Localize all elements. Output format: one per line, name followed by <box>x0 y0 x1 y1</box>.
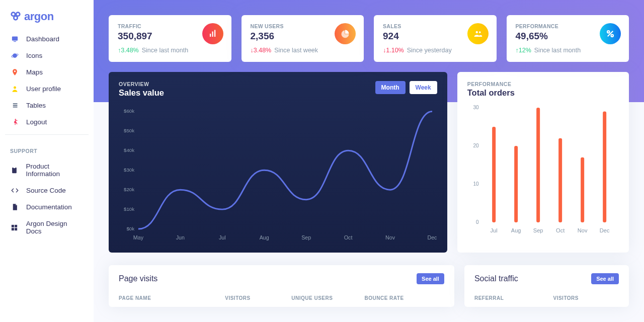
sidebar-item-tables[interactable]: Tables <box>5 97 89 114</box>
stat-change: ↓1.10%Since yesterday <box>383 47 488 54</box>
svg-point-7 <box>14 70 15 72</box>
svg-text:30: 30 <box>473 105 479 110</box>
sidebar-item-label: User profile <box>26 85 61 93</box>
sidebar-item-documentation[interactable]: Documentation <box>5 199 89 215</box>
run-icon <box>10 118 19 126</box>
svg-text:$40k: $40k <box>124 147 134 153</box>
planet-icon <box>10 52 19 59</box>
sidebar-item-label: Logout <box>26 118 47 126</box>
svg-text:Dec: Dec <box>427 234 437 240</box>
svg-rect-49 <box>492 127 496 222</box>
main-content: TRAFFIC 350,897 ↑3.48%Since last month N… <box>94 0 644 307</box>
svg-rect-23 <box>212 32 213 37</box>
list-icon <box>10 102 19 109</box>
stat-card-new-users: NEW USERS 2,356 ↓3.48%Since last week <box>242 15 364 62</box>
card-overline: OVERVIEW <box>119 81 164 87</box>
see-all-button[interactable]: See all <box>591 273 619 284</box>
map-pin-icon <box>10 68 19 76</box>
sidebar: argon Dashboard Icons Maps User profile … <box>0 0 94 322</box>
stat-change: ↓3.48%Since last week <box>251 47 355 54</box>
total-orders-chart-card: PERFORMANCE Total orders 0102030JulAugSe… <box>457 72 629 253</box>
svg-point-15 <box>15 119 16 120</box>
svg-text:Jun: Jun <box>176 234 185 240</box>
sales-line-chart: $0k$10k$20k$30k$40k$50k$60kMayJunJulAugS… <box>119 105 437 246</box>
sidebar-divider <box>5 134 89 135</box>
svg-text:$0k: $0k <box>126 226 134 231</box>
sales-value-chart-card: OVERVIEW Sales value Month Week $0k$10k$… <box>109 72 447 253</box>
svg-text:Nov: Nov <box>385 234 395 240</box>
sidebar-item-icons[interactable]: Icons <box>5 47 89 64</box>
svg-point-8 <box>14 87 16 89</box>
sidebar-item-maps[interactable]: Maps <box>5 64 89 80</box>
table-header-row: PAGE NAME VISITORS UNIQUE USERS BOUNCE R… <box>109 289 454 307</box>
sidebar-item-source-code[interactable]: Source Code <box>5 182 89 199</box>
svg-text:$30k: $30k <box>124 167 134 173</box>
svg-text:Oct: Oct <box>344 234 353 240</box>
brand-name: argon <box>24 10 54 23</box>
svg-rect-18 <box>12 224 14 227</box>
file-icon <box>10 203 19 211</box>
sidebar-item-logout[interactable]: Logout <box>5 114 89 130</box>
sidebar-item-label: Icons <box>26 52 42 59</box>
column-header: VISITORS <box>225 295 291 301</box>
svg-line-29 <box>608 31 613 37</box>
svg-text:Oct: Oct <box>556 227 565 233</box>
sidebar-item-dashboard[interactable]: Dashboard <box>5 31 89 47</box>
sidebar-item-design-docs[interactable]: Argon Design Docs <box>5 215 89 239</box>
svg-rect-53 <box>536 108 540 222</box>
tv-icon <box>10 35 19 43</box>
card-title: Total orders <box>467 88 515 98</box>
svg-rect-21 <box>15 228 17 230</box>
svg-rect-59 <box>603 112 606 222</box>
svg-rect-24 <box>214 30 215 37</box>
sidebar-item-label: Dashboard <box>26 35 59 43</box>
svg-text:Nov: Nov <box>578 227 588 233</box>
sidebar-item-label: Maps <box>26 68 43 76</box>
svg-rect-22 <box>210 34 211 37</box>
social-traffic-card: Social traffic See all REFERRAL VISITORS <box>464 265 629 307</box>
sidebar-item-label: Documentation <box>26 203 72 211</box>
column-header: PAGE NAME <box>119 295 225 301</box>
svg-text:$20k: $20k <box>124 187 134 192</box>
svg-text:$60k: $60k <box>124 108 134 114</box>
week-button[interactable]: Week <box>410 81 437 94</box>
svg-text:$50k: $50k <box>124 128 134 133</box>
svg-text:10: 10 <box>473 181 479 187</box>
card-overline: PERFORMANCE <box>467 81 515 87</box>
svg-text:Dec: Dec <box>600 227 610 233</box>
percent-icon <box>600 23 621 44</box>
table-title: Social traffic <box>474 274 518 283</box>
see-all-button[interactable]: See all <box>417 273 444 284</box>
svg-text:Sep: Sep <box>533 227 543 233</box>
svg-text:Jul: Jul <box>219 234 226 240</box>
column-header: VISITORS <box>553 295 619 301</box>
month-button[interactable]: Month <box>375 81 406 94</box>
dashboard-icon <box>10 224 19 231</box>
svg-rect-51 <box>514 146 518 222</box>
clipboard-icon <box>10 167 19 174</box>
stat-card-performance: PERFORMANCE 49,65% ↑12%Since last month <box>507 15 629 62</box>
svg-text:Aug: Aug <box>511 227 521 233</box>
sidebar-item-product-info[interactable]: Product Information <box>5 158 89 182</box>
svg-text:Sep: Sep <box>301 234 311 240</box>
users-icon <box>467 23 489 44</box>
sidebar-item-label: Tables <box>26 102 46 109</box>
svg-point-25 <box>475 31 478 34</box>
svg-rect-17 <box>14 167 16 168</box>
stat-change: ↑3.48%Since last month <box>118 47 222 54</box>
svg-point-0 <box>12 13 15 16</box>
brand-logo[interactable]: argon <box>5 8 89 31</box>
column-header: BOUNCE RATE <box>364 295 444 301</box>
svg-point-28 <box>611 35 614 37</box>
svg-rect-4 <box>14 41 16 42</box>
code-icon <box>10 187 19 194</box>
svg-text:Jul: Jul <box>490 227 497 233</box>
tables-row: Page visits See all PAGE NAME VISITORS U… <box>94 253 644 307</box>
sidebar-item-label: Source Code <box>26 187 66 194</box>
svg-point-27 <box>607 31 610 33</box>
svg-point-26 <box>478 31 480 33</box>
svg-text:$10k: $10k <box>124 206 134 212</box>
charts-row: OVERVIEW Sales value Month Week $0k$10k$… <box>94 72 644 253</box>
sidebar-item-user-profile[interactable]: User profile <box>5 80 89 97</box>
stat-card-traffic: TRAFFIC 350,897 ↑3.48%Since last month <box>109 15 231 62</box>
